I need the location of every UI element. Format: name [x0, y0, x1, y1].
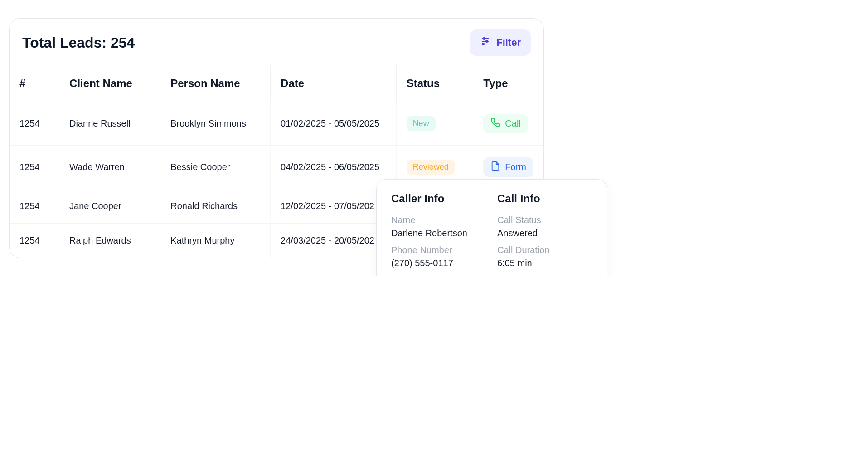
caller-address-label: Address	[391, 275, 486, 276]
cell-client: Dianne Russell	[59, 102, 160, 146]
phone-icon	[490, 117, 500, 130]
cell-index: 1254	[10, 224, 59, 258]
caller-phone-value: (270) 555-0117	[391, 258, 486, 268]
type-chip[interactable]: Call	[483, 114, 528, 133]
table-header-row: # Client Name Person Name Date Status Ty…	[10, 65, 543, 102]
cell-index: 1254	[10, 102, 59, 146]
column-header-date[interactable]: Date	[271, 65, 397, 102]
column-header-index[interactable]: #	[10, 65, 59, 102]
leads-count: 254	[111, 34, 135, 51]
caller-info-column: Caller Info Name Darlene Robertson Phone…	[391, 192, 486, 276]
caller-name-label: Name	[391, 215, 486, 225]
call-info-field: Call Status Answered	[497, 215, 592, 239]
page-title: Total Leads: 254	[22, 34, 135, 51]
cell-person: Kathryn Murphy	[160, 224, 271, 258]
filter-label: Filter	[496, 37, 521, 49]
call-status-label: Call Status	[497, 215, 592, 225]
type-label: Form	[505, 162, 526, 172]
title-prefix: Total Leads:	[22, 34, 111, 51]
call-info-field: Last Location 775 Rolling Green Rd.	[497, 275, 592, 276]
file-icon	[490, 161, 500, 173]
caller-info-field: Name Darlene Robertson	[391, 215, 486, 239]
cell-type: Call	[473, 102, 543, 146]
table-row[interactable]: 1254Dianne RussellBrooklyn Simmons01/02/…	[10, 102, 543, 146]
call-location-label: Last Location	[497, 275, 592, 276]
cell-index: 1254	[10, 146, 59, 189]
cell-status: New	[396, 102, 473, 146]
cell-person: Brooklyn Simmons	[160, 102, 271, 146]
caller-name-value: Darlene Robertson	[391, 228, 486, 239]
type-label: Call	[505, 118, 520, 129]
column-header-client[interactable]: Client Name	[59, 65, 160, 102]
column-header-status[interactable]: Status	[396, 65, 473, 102]
cell-date: 01/02/2025 - 05/05/2025	[271, 102, 397, 146]
type-chip[interactable]: Form	[483, 157, 533, 177]
cell-date: 04/02/2025 - 06/05/2025	[271, 146, 397, 189]
sliders-icon	[480, 36, 491, 49]
status-badge: Reviewed	[407, 160, 455, 175]
column-header-type[interactable]: Type	[473, 65, 543, 102]
column-header-person[interactable]: Person Name	[160, 65, 271, 102]
caller-phone-label: Phone Number	[391, 245, 486, 255]
cell-person: Bessie Cooper	[160, 146, 271, 189]
call-info-column: Call Info Call Status Answered Call Dura…	[497, 192, 592, 276]
call-info-title: Call Info	[497, 192, 592, 205]
cell-client: Ralph Edwards	[59, 224, 160, 258]
caller-info-popover: Caller Info Name Darlene Robertson Phone…	[376, 179, 607, 276]
cell-index: 1254	[10, 189, 59, 224]
card-header: Total Leads: 254 Filter	[10, 19, 543, 65]
status-badge: New	[407, 116, 436, 131]
call-duration-label: Call Duration	[497, 245, 592, 255]
call-status-value: Answered	[497, 228, 592, 239]
call-duration-value: 6:05 min	[497, 258, 592, 268]
cell-person: Ronald Richards	[160, 189, 271, 224]
call-info-field: Call Duration 6:05 min	[497, 245, 592, 268]
caller-info-field: Address 3605 Parker Rd.	[391, 275, 486, 276]
caller-info-field: Phone Number (270) 555-0117	[391, 245, 486, 268]
caller-info-title: Caller Info	[391, 192, 486, 205]
filter-button[interactable]: Filter	[470, 29, 531, 56]
cell-client: Wade Warren	[59, 146, 160, 189]
cell-client: Jane Cooper	[59, 189, 160, 224]
